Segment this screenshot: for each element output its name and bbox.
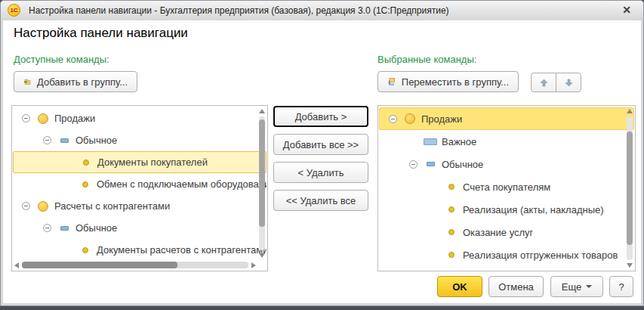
help-button[interactable]: ? <box>609 276 633 297</box>
ok-button[interactable]: OK <box>437 276 482 297</box>
selected-vertical-scrollbar[interactable] <box>626 107 633 269</box>
tree-item[interactable]: Обмен с подключаемым оборудованием <box>13 173 267 195</box>
tree-item[interactable]: Счета покупателям <box>379 175 634 198</box>
icon-slot <box>77 160 95 166</box>
add-to-group-label: Добавить в группу... <box>37 76 128 88</box>
collapse-icon[interactable] <box>43 224 51 232</box>
tree-item-label: Реализация отгруженных товаров <box>461 250 618 261</box>
tree-item[interactable]: Расчеты с контрагентами <box>13 195 267 217</box>
available-vertical-scrollbar[interactable] <box>258 107 266 259</box>
icon-slot <box>421 138 439 145</box>
scroll-left-icon[interactable] <box>14 262 19 268</box>
collapse-icon[interactable] <box>409 160 418 169</box>
command-icon <box>448 252 454 258</box>
collapse-icon[interactable] <box>43 136 51 144</box>
tree-item[interactable]: Документы расчетов с контрагентами <box>13 239 267 261</box>
close-icon[interactable]: ✕ <box>619 2 634 17</box>
tree-item[interactable]: Обычное <box>379 153 634 175</box>
tree-item[interactable]: Важное <box>379 130 634 153</box>
icon-slot <box>34 201 52 212</box>
icon-slot <box>442 206 461 212</box>
tree-item[interactable]: Документы покупателей <box>13 151 267 173</box>
tree-item-label: Продажи <box>52 113 95 124</box>
move-to-group-button[interactable]: Переместить в группу... <box>377 71 519 92</box>
arrow-up-icon <box>540 79 548 87</box>
scroll-right-icon[interactable] <box>251 262 256 268</box>
icon-slot <box>442 184 461 190</box>
add-all-button[interactable]: Добавить все >> <box>273 134 368 155</box>
icon-slot <box>55 138 73 143</box>
tree-item-label: Реализация (акты, накладные) <box>461 204 604 215</box>
collapse-icon[interactable] <box>22 114 30 122</box>
collapse-icon[interactable] <box>22 202 30 210</box>
tree-item[interactable]: Продажи <box>13 107 267 129</box>
collapse-icon[interactable] <box>389 115 397 123</box>
tree-item[interactable]: Реализация отгруженных товаров <box>379 243 634 266</box>
move-down-button[interactable] <box>556 73 581 92</box>
expander-slot <box>17 114 34 122</box>
available-horizontal-scrollbar[interactable] <box>14 261 257 269</box>
tree-item-label: Обмен с подключаемым оборудованием <box>94 178 267 190</box>
tree-item[interactable]: Оказание услуг <box>379 221 634 243</box>
command-icon <box>82 247 88 253</box>
scrollbar-thumb[interactable] <box>627 132 633 245</box>
tree-item-label: Оказание услуг <box>461 227 533 238</box>
selected-tree: ПродажиВажноеОбычноеСчета покупателямРеа… <box>379 107 634 270</box>
tree-item-label: Документы расчетов с контрагентами <box>94 244 267 256</box>
tree-item-label: Расчеты с контрагентами <box>52 200 170 212</box>
selected-commands-label: Выбранные команды: <box>377 54 476 65</box>
command-icon <box>83 160 89 166</box>
cancel-button[interactable]: Отмена <box>488 276 544 297</box>
tree-item-label: Обычное <box>73 135 117 146</box>
section-icon <box>38 201 48 212</box>
folder-move-icon <box>387 76 396 88</box>
ordinary-icon <box>60 138 69 143</box>
icon-slot <box>55 226 73 231</box>
tree-item[interactable]: Обычное <box>13 217 267 239</box>
scrollbar-thumb[interactable] <box>22 262 177 268</box>
tree-item-label: Обычное <box>73 222 117 234</box>
add-button[interactable]: Добавить > <box>273 106 368 127</box>
reorder-buttons <box>531 73 581 92</box>
scroll-up-icon[interactable] <box>259 109 265 113</box>
tree-item[interactable]: Обычное <box>13 129 267 151</box>
command-icon <box>82 181 88 188</box>
desktop: { "window": { "title": "Настройка панели… <box>0 0 644 310</box>
remove-all-button[interactable]: << Удалить все <box>273 190 368 211</box>
expander-slot <box>39 224 55 232</box>
command-icon <box>448 206 454 212</box>
section-icon <box>405 113 415 124</box>
available-commands-label: Доступные команды: <box>14 54 109 65</box>
tree-item[interactable]: Реализация (акты, накладные) <box>379 198 634 221</box>
scrollbar-thumb[interactable] <box>259 119 265 227</box>
tree-item-label: Обычное <box>439 159 483 170</box>
remove-button[interactable]: < Удалить <box>273 162 368 183</box>
tree-item-label: Счета покупателям <box>461 181 550 193</box>
scroll-down-icon[interactable] <box>259 253 265 258</box>
tree-item[interactable]: Розничные продажи (чеки) <box>379 266 634 270</box>
scroll-up-icon[interactable] <box>627 109 633 113</box>
dialog-content: Настройка панели навигации Доступные ком… <box>3 20 641 303</box>
titlebar[interactable]: 1С Настройка панели навигации - Бухгалте… <box>1 1 643 20</box>
tree-item[interactable]: Продажи <box>379 107 634 130</box>
selected-commands-panel: ПродажиВажноеОбычноеСчета покупателямРеа… <box>377 105 636 271</box>
section-icon <box>38 113 48 124</box>
icon-slot <box>76 181 94 188</box>
expander-slot <box>39 136 55 144</box>
more-button-label: Еще <box>562 281 581 293</box>
window-title: Настройка панели навигации - Бухгалтерия… <box>29 5 449 16</box>
move-to-group-label: Переместить в группу... <box>402 76 509 88</box>
available-tree: ПродажиОбычноеДокументы покупателейОбмен… <box>13 107 267 270</box>
icon-slot <box>421 162 439 166</box>
tree-item-label: Продажи <box>419 113 462 125</box>
move-up-button[interactable] <box>531 73 556 92</box>
command-icon <box>448 229 454 235</box>
more-button[interactable]: Еще <box>550 276 603 297</box>
dropdown-arrow-icon <box>586 285 592 288</box>
add-to-group-button[interactable]: Добавить в группу... <box>14 71 137 92</box>
icon-slot <box>442 252 461 258</box>
expander-slot <box>405 160 421 169</box>
scroll-down-icon[interactable] <box>627 263 633 268</box>
1c-logo-icon: 1С <box>8 4 20 17</box>
icon-slot <box>76 247 94 253</box>
